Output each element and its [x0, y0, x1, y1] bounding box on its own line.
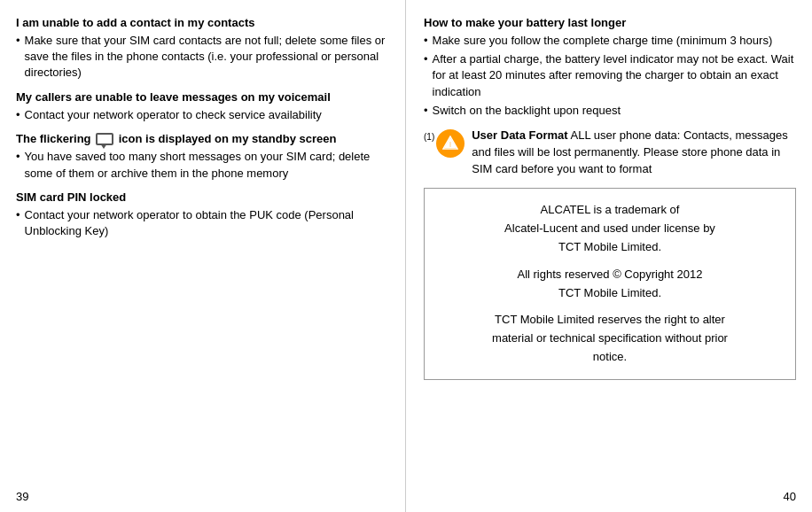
trademark-box: ALCATEL is a trademark of Alcatel-Lucent… [424, 188, 796, 379]
warning-text: User Data Format ALL user phone data: Co… [472, 128, 796, 178]
trademark-spacer-1 [433, 257, 786, 266]
simpin-bullet-1: • Contact your network operator to obtai… [16, 207, 387, 239]
battery-bullet-icon-1: • [424, 33, 428, 49]
page-number-right: 40 [784, 490, 796, 503]
voicemail-bullet-1: • Contact your network operator to check… [16, 107, 387, 123]
bullet-icon-4: • [16, 207, 20, 223]
battery-bullet-text-3: Switch on the backlight upon request [433, 103, 621, 119]
svg-text:!: ! [449, 140, 452, 149]
bullet-icon-2: • [16, 107, 20, 123]
battery-bullet-1: • Make sure you follow the complete char… [424, 33, 796, 49]
trademark-spacer-2 [433, 302, 786, 311]
message-icon [96, 133, 113, 145]
warning-box: (1) ! ! User Data Format ALL user phone … [424, 128, 796, 178]
flickering-section: The flickering icon is displayed on my s… [16, 132, 387, 182]
contacts-section: I am unable to add a contact in my conta… [16, 16, 387, 81]
right-column: How to make your battery last longer • M… [406, 0, 812, 512]
warning-icon: ! ! [436, 129, 465, 158]
warning-bold-label: User Data Format [472, 128, 567, 142]
voicemail-bullet-text-1: Contact your network operator to check s… [25, 107, 322, 123]
battery-section: How to make your battery last longer • M… [424, 16, 796, 119]
trademark-line-9: material or technical specification with… [433, 330, 786, 348]
bullet-icon-3: • [16, 149, 20, 165]
simpin-bullet-text-1: Contact your network operator to obtain … [25, 207, 387, 239]
flickering-bullet-text-1: You have saved too many short messages o… [25, 149, 387, 181]
contacts-title: I am unable to add a contact in my conta… [16, 16, 387, 29]
left-column: I am unable to add a contact in my conta… [0, 0, 406, 512]
flickering-bullet-1: • You have saved too many short messages… [16, 149, 387, 181]
contacts-bullet-text-1: Make sure that your SIM card contacts ar… [25, 33, 387, 81]
battery-bullet-3: • Switch on the backlight upon request [424, 103, 796, 119]
battery-bullet-icon-2: • [424, 51, 428, 67]
battery-title: How to make your battery last longer [424, 16, 796, 29]
trademark-line-2: Alcatel-Lucent and used under license by [433, 220, 786, 238]
battery-bullet-text-1: Make sure you follow the complete charge… [433, 33, 773, 49]
battery-bullet-icon-3: • [424, 103, 428, 119]
trademark-line-5: All rights reserved © Copyright 2012 [433, 266, 786, 284]
trademark-line-6: TCT Mobile Limited. [433, 284, 786, 303]
flickering-title: The flickering icon is displayed on my s… [16, 132, 387, 146]
trademark-line-8: TCT Mobile Limited reserves the right to… [433, 311, 786, 330]
page-number-left: 39 [16, 490, 28, 503]
page-numbers-row: 39 40 [16, 490, 796, 503]
page-container: I am unable to add a contact in my conta… [0, 0, 812, 512]
contacts-bullet-1: • Make sure that your SIM card contacts … [16, 33, 387, 81]
simpin-title: SIM card PIN locked [16, 190, 387, 204]
bullet-icon-1: • [16, 33, 20, 49]
voicemail-title: My callers are unable to leave messages … [16, 90, 387, 104]
battery-bullet-text-2: After a partial charge, the battery leve… [433, 51, 796, 100]
warning-superscript: (1) [424, 131, 434, 144]
voicemail-section: My callers are unable to leave messages … [16, 90, 387, 123]
trademark-line-10: notice. [433, 348, 786, 367]
trademark-line-3: TCT Mobile Limited. [433, 238, 786, 257]
simpin-section: SIM card PIN locked • Contact your netwo… [16, 190, 387, 239]
trademark-line-1: ALCATEL is a trademark of [433, 201, 786, 220]
battery-bullet-2: • After a partial charge, the battery le… [424, 51, 796, 100]
